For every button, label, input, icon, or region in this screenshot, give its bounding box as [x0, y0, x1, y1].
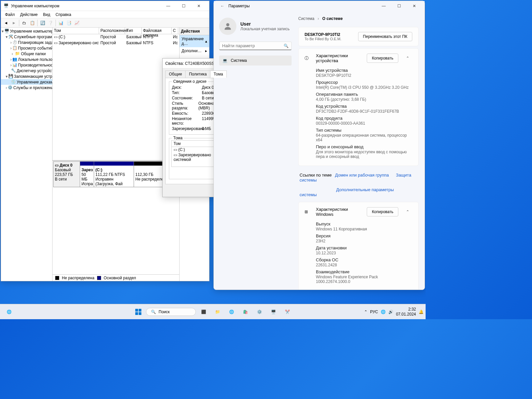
search-icon: 🔍 — [284, 44, 289, 48]
explorer-icon[interactable]: 📁 — [211, 306, 224, 318]
actions-disk-mgmt[interactable]: Управление д…▴ — [180, 35, 209, 47]
edge-icon[interactable]: 🌐 — [3, 306, 15, 318]
tree-disk-management[interactable]: 💿Управление дисками — [1, 79, 52, 85]
maximize-button[interactable]: ☐ — [176, 1, 191, 11]
col-type[interactable]: Тип — [125, 28, 142, 34]
partition-system-reserved[interactable]: Зарез50 МБИспра — [80, 162, 94, 187]
menu-action[interactable]: Действие — [18, 12, 41, 18]
menubar: Файл Действие Вид Справка — [1, 11, 209, 18]
device-name-card: DESKTOP-9P10TI2To Be Filled By O.E.M. Пе… — [298, 27, 419, 46]
menu-view[interactable]: Вид — [40, 12, 53, 18]
copy-button[interactable]: Копировать — [367, 54, 398, 63]
tree-services-apps[interactable]: ›⚙️Службы и приложения — [1, 85, 52, 90]
tb-extra1[interactable]: 📊 — [57, 19, 65, 27]
col-tom[interactable]: Том — [53, 28, 99, 34]
tree-services[interactable]: ▾🛠️Служебные программы — [1, 34, 52, 40]
user-sub: Локальная учетная запись — [240, 27, 290, 31]
search-input[interactable] — [222, 43, 284, 48]
snip-icon[interactable]: ✂️ — [281, 306, 294, 318]
actions-title: Действия — [180, 28, 209, 35]
col-fs[interactable]: Файловая система — [142, 28, 172, 34]
tray-lang[interactable]: РУС — [370, 310, 378, 314]
back-button[interactable]: ◄ — [2, 19, 10, 27]
task-view-icon[interactable]: ⬛ — [197, 306, 210, 318]
settings-icon[interactable]: ⚙️ — [253, 306, 266, 318]
tray-notifications-icon[interactable]: 🔔 — [419, 310, 424, 314]
nav-system[interactable]: 💻Система — [219, 56, 292, 66]
start-button[interactable] — [132, 306, 145, 318]
tab-policy[interactable]: Политика — [185, 70, 210, 78]
nav-tree[interactable]: ▾🖥️Управление компьютером (л ▾🛠️Служебны… — [1, 28, 53, 281]
toolbar: ◄ ► 🗀 📋 🔄 ❔ 📊 📑 📈 — [1, 18, 209, 28]
tree-local-users[interactable]: ›👥Локальные пользова — [1, 57, 52, 62]
avatar — [219, 18, 236, 35]
device-spec-card: ⓘ Характеристики устройства Копировать ⌃… — [298, 48, 419, 166]
edge-taskbar-icon[interactable]: 🌐 — [225, 306, 238, 318]
volume-row[interactable]: ▭ Зарезервировано системой Простой Базов… — [53, 40, 179, 46]
link-advanced[interactable]: Дополнительные параметры системы — [300, 187, 394, 197]
settings-window: ← Параметры — ☐ ✕ UserЛокальная учетная … — [213, 1, 425, 290]
svg-rect-3 — [135, 312, 138, 315]
tree-shared-folders[interactable]: ›📁Общие папки — [1, 51, 52, 57]
search-icon: 🔍 — [151, 310, 156, 314]
minimize-button[interactable]: — — [161, 1, 176, 11]
titlebar[interactable]: ← Параметры — ☐ ✕ — [214, 1, 425, 11]
store-icon[interactable]: 🛍️ — [239, 306, 252, 318]
tray-network-icon[interactable]: 🌐 — [381, 310, 386, 314]
disk-info[interactable]: ▭ Диск 0 Базовый 223,57 ГБ В сети — [54, 162, 80, 187]
windows-spec-card: ⊞ Характеристики Windows Копировать ⌃ Вы… — [298, 202, 419, 290]
settings-main[interactable]: Система › О системе DESKTOP-9P10TI2To Be… — [297, 11, 425, 290]
tray-clock[interactable]: 2:3207.01.2024 — [396, 307, 416, 317]
windows-icon: ⊞ — [305, 209, 311, 214]
tb-extra2[interactable]: 📑 — [65, 19, 72, 27]
volume-row[interactable]: ▭ (C:) Простой Базовый NTFS Ис — [53, 34, 179, 40]
rename-pc-button[interactable]: Переименовать этот ПК — [358, 32, 412, 41]
breadcrumb-system[interactable]: Система — [298, 16, 314, 21]
search-box[interactable]: 🔍 — [219, 42, 292, 50]
taskbar: 🌐 🔍Поиск ⬛ 📁 🌐 🛍️ ⚙️ 🖥️ ✂️ ⌃ РУС 🌐 🔊 2:3… — [0, 304, 426, 319]
collapse-icon[interactable]: ⌃ — [403, 56, 412, 61]
user-row[interactable]: UserЛокальная учетная запись — [219, 18, 292, 35]
tree-device-manager[interactable]: 🔧Диспетчер устройств — [1, 68, 52, 73]
related-links: Ссылки по теме Домен или рабочая группа … — [298, 168, 419, 202]
minimize-button[interactable]: — — [376, 1, 391, 11]
actions-more[interactable]: Дополни…▸ — [180, 47, 209, 55]
disk-graphical-view: ▭ Диск 0 Базовый 223,57 ГБ В сети Зарез5… — [53, 160, 179, 281]
tab-volumes[interactable]: Тома — [210, 70, 227, 78]
tree-task-scheduler[interactable]: ›⏱️Планировщик заданий — [1, 40, 52, 45]
close-button[interactable]: ✕ — [191, 1, 206, 11]
tree-root[interactable]: ▾🖥️Управление компьютером (л — [1, 28, 52, 34]
taskbar-search[interactable]: 🔍Поиск — [146, 308, 196, 316]
titlebar[interactable]: 🖥️ Управление компьютером — ☐ ✕ — [1, 1, 209, 11]
app-icon: 🖥️ — [4, 3, 9, 9]
tb-extra3[interactable]: 📈 — [73, 19, 80, 27]
maximize-button[interactable]: ☐ — [391, 1, 407, 11]
menu-help[interactable]: Справка — [53, 12, 74, 18]
tree-performance[interactable]: ›📊Производительност — [1, 62, 52, 68]
collapse-icon[interactable]: ⌃ — [403, 209, 412, 214]
tree-storage[interactable]: ▾💾Запоминающие устройст — [1, 73, 52, 79]
compmgmt-icon[interactable]: 🖥️ — [267, 306, 280, 318]
partition-c[interactable]: (C:)111,22 ГБ NTFSИсправен (Загрузка, Фа… — [94, 162, 134, 187]
link-domain[interactable]: Домен или рабочая группа — [335, 173, 389, 178]
tab-general[interactable]: Общие — [165, 70, 186, 78]
col-layout[interactable]: Расположение — [99, 28, 125, 34]
menu-file[interactable]: Файл — [2, 12, 18, 18]
svg-rect-1 — [135, 309, 138, 311]
tray-chevron[interactable]: ⌃ — [364, 310, 367, 314]
tray-volume-icon[interactable]: 🔊 — [388, 310, 393, 314]
tree-event-viewer[interactable]: ›📋Просмотр событий — [1, 45, 52, 51]
window-title: Параметры — [228, 4, 376, 8]
volume-header[interactable]: Том Расположение Тип Файловая система С — [53, 28, 179, 34]
help-button[interactable]: ❔ — [47, 19, 54, 27]
col-status[interactable]: С — [172, 28, 178, 34]
close-button[interactable]: ✕ — [407, 1, 422, 11]
up-button[interactable]: 🗀 — [21, 19, 28, 27]
forward-button[interactable]: ► — [10, 19, 18, 27]
copy-button[interactable]: Копировать — [367, 207, 398, 216]
legend: Не распределена Основной раздел — [53, 274, 179, 281]
svg-rect-4 — [139, 312, 141, 315]
back-button[interactable]: ← — [216, 0, 228, 12]
properties-button[interactable]: 📋 — [29, 19, 36, 27]
refresh-button[interactable]: 🔄 — [39, 19, 46, 27]
